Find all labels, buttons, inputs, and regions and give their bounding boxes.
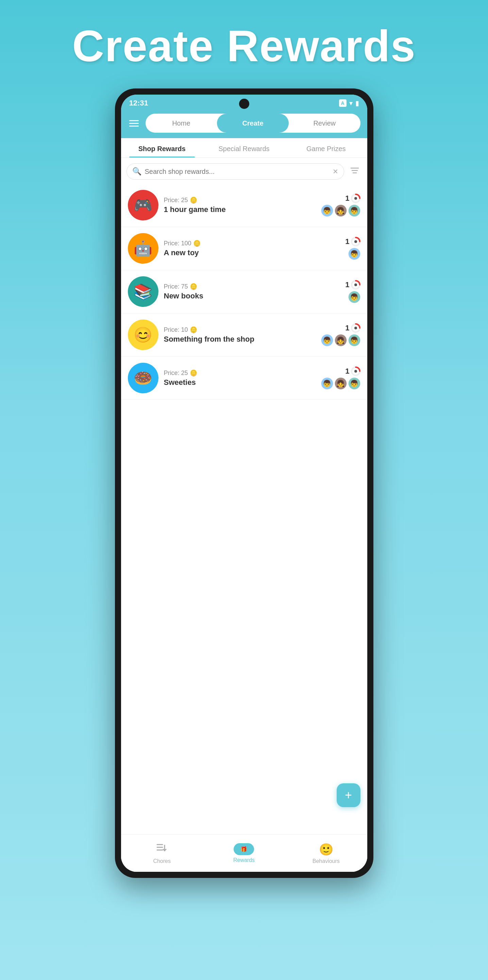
page-title: Create Rewards (27, 21, 461, 72)
empty-space (121, 400, 367, 468)
avatar-2: 👧 (334, 377, 347, 390)
subtab-game-prizes[interactable]: Game Prizes (285, 138, 367, 158)
meter-icon-sweeties (351, 366, 360, 376)
app-header: Home Create Review (121, 110, 367, 138)
avatar-3: 👦 (348, 377, 360, 390)
meter-icon-new-books (351, 280, 360, 290)
svg-point-10 (354, 327, 357, 329)
reward-avatars-shop: 1 👦 👧 👦 (321, 323, 360, 347)
reward-name-game-time: 1 hour game time (164, 205, 315, 214)
count-badge-new-books: 1 (345, 280, 360, 290)
reward-icon-new-books: 📚 (128, 276, 158, 307)
behaviours-label: Behaviours (312, 858, 340, 864)
reward-name-new-toy: A new toy (164, 248, 340, 257)
count-badge-shop: 1 (345, 323, 360, 333)
behaviours-icon: 🙂 (319, 843, 333, 856)
reward-price-new-books: Price: 75 🪙 (164, 283, 340, 290)
avatar-row-new-toy: 👦 (348, 248, 360, 260)
reward-item-new-books[interactable]: 📚 Price: 75 🪙 New books 1 (121, 270, 367, 313)
content-area: Shop Rewards Special Rewards Game Prizes… (121, 138, 367, 872)
avatar-2: 👧 (334, 205, 347, 217)
sub-tabs: Shop Rewards Special Rewards Game Prizes (121, 138, 367, 158)
reward-icon-new-toy: 🤖 (128, 233, 158, 264)
reward-info-game-time: Price: 25 🪙 1 hour game time (164, 196, 315, 214)
count-num-game-time: 1 (345, 194, 349, 203)
page-header: Create Rewards (0, 0, 488, 89)
status-icons: A ▾ ▮ (339, 99, 359, 107)
add-reward-fab[interactable]: + (337, 783, 360, 807)
reward-icon-sweeties: 🍩 (128, 363, 158, 393)
count-num-sweeties: 1 (345, 367, 349, 375)
menu-line-2 (129, 123, 139, 124)
avatar-row-game-time: 👦 👧 👦 (321, 205, 360, 217)
menu-line-3 (129, 126, 139, 127)
menu-button[interactable] (128, 119, 140, 128)
tab-home[interactable]: Home (146, 114, 217, 133)
avatar-1: 👦 (321, 377, 333, 390)
reward-info-new-books: Price: 75 🪙 New books (164, 283, 340, 301)
reward-avatars-game-time: 1 👦 👧 👦 (321, 194, 360, 217)
avatar-row-new-books: 👦 (348, 291, 360, 303)
chores-icon (156, 843, 168, 856)
subtab-shop-rewards[interactable]: Shop Rewards (121, 138, 203, 158)
chores-label: Chores (153, 858, 171, 864)
reward-info-new-toy: Price: 100 🪙 A new toy (164, 240, 340, 257)
rewards-icon: 🎁 (241, 846, 247, 852)
nav-tabs: Home Create Review (146, 114, 360, 133)
battery-icon: ▮ (355, 99, 359, 107)
count-num-new-books: 1 (345, 280, 349, 289)
filter-icon (350, 167, 359, 174)
bottom-nav-behaviours[interactable]: 🙂 Behaviours (285, 835, 367, 872)
rewards-icon-pill: 🎁 (234, 843, 254, 855)
reward-item-shop[interactable]: 😊 Price: 10 🪙 Something from the shop 1 (121, 313, 367, 356)
reward-price-game-time: Price: 25 🪙 (164, 196, 315, 204)
svg-point-6 (354, 240, 357, 243)
tab-review[interactable]: Review (289, 114, 360, 133)
avatar-1: 👦 (321, 205, 333, 217)
search-input[interactable] (145, 168, 329, 176)
svg-point-8 (354, 283, 357, 286)
reward-avatars-new-books: 1 👦 (345, 280, 360, 303)
avatar-row-sweeties: 👦 👧 👦 (321, 377, 360, 390)
status-icon-a: A (339, 99, 347, 107)
search-icon: 🔍 (132, 167, 141, 176)
meter-icon-shop (351, 323, 360, 333)
subtab-special-rewards[interactable]: Special Rewards (203, 138, 285, 158)
wifi-icon: ▾ (349, 99, 353, 107)
camera-notch (239, 99, 249, 109)
bottom-nav: Chores 🎁 Rewards 🙂 Behaviours (121, 834, 367, 872)
reward-avatars-sweeties: 1 👦 👧 👦 (321, 366, 360, 390)
count-badge-sweeties: 1 (345, 366, 360, 376)
reward-price-shop: Price: 10 🪙 (164, 326, 315, 334)
reward-icon-game-time: 🎮 (128, 190, 158, 221)
reward-name-new-books: New books (164, 292, 340, 301)
bottom-nav-chores[interactable]: Chores (121, 835, 203, 872)
meter-icon-new-toy (351, 237, 360, 247)
reward-info-shop: Price: 10 🪙 Something from the shop (164, 326, 315, 344)
count-badge-game-time: 1 (345, 194, 360, 203)
reward-icon-shop: 😊 (128, 320, 158, 350)
phone-frame: 12:31 A ▾ ▮ Home Create Review (115, 89, 373, 878)
avatar-1: 👦 (321, 334, 333, 347)
avatar-3: 👦 (348, 334, 360, 347)
svg-point-12 (354, 370, 357, 372)
count-num-new-toy: 1 (345, 237, 349, 246)
avatar-1: 👦 (348, 291, 360, 303)
search-bar: 🔍 ✕ (127, 163, 344, 180)
svg-point-4 (354, 197, 357, 200)
avatar-3: 👦 (348, 205, 360, 217)
meter-icon-game-time (351, 194, 360, 203)
reward-price-sweeties: Price: 25 🪙 (164, 369, 315, 377)
avatar-row-shop: 👦 👧 👦 (321, 334, 360, 347)
avatar-2: 👧 (334, 334, 347, 347)
rewards-label: Rewards (233, 857, 255, 863)
menu-line-1 (129, 120, 139, 121)
reward-name-sweeties: Sweeties (164, 378, 315, 387)
filter-button[interactable] (347, 165, 362, 178)
search-clear-icon[interactable]: ✕ (333, 167, 338, 176)
tab-create[interactable]: Create (217, 114, 289, 133)
reward-item-sweeties[interactable]: 🍩 Price: 25 🪙 Sweeties 1 (121, 356, 367, 400)
bottom-nav-rewards[interactable]: 🎁 Rewards (203, 835, 285, 872)
reward-item-new-toy[interactable]: 🤖 Price: 100 🪙 A new toy 1 (121, 227, 367, 270)
reward-item-game-time[interactable]: 🎮 Price: 25 🪙 1 hour game time 1 (121, 184, 367, 227)
